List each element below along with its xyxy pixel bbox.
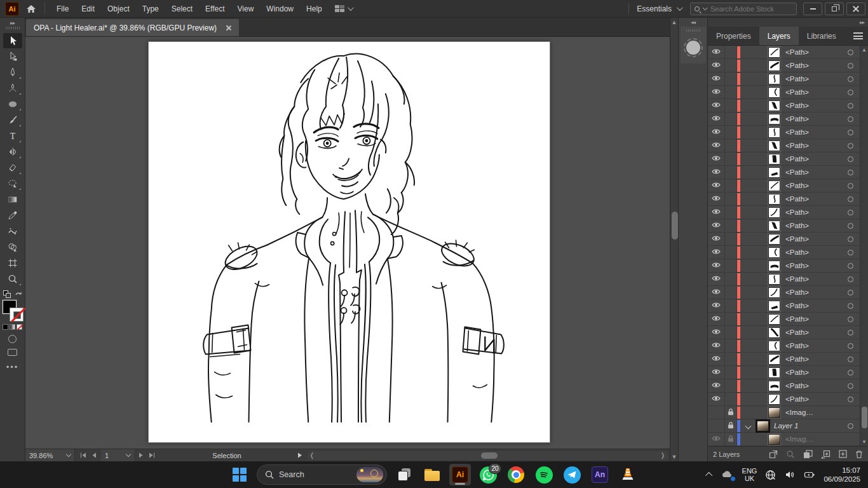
swap-fill-stroke-icon[interactable] xyxy=(15,290,22,298)
layer-row[interactable]: <Path> xyxy=(708,393,860,406)
lock-toggle[interactable] xyxy=(725,219,737,232)
screen-mode-button[interactable] xyxy=(8,349,17,356)
selection-tool[interactable] xyxy=(3,33,22,48)
zoom-tool[interactable] xyxy=(3,271,22,287)
layer-thumbnail[interactable] xyxy=(768,354,780,365)
horizontal-scroll-thumb[interactable] xyxy=(481,452,498,459)
target-circle[interactable] xyxy=(848,303,853,309)
taskbar-app-start[interactable] xyxy=(229,464,250,485)
visibility-toggle[interactable] xyxy=(708,139,725,152)
visibility-toggle[interactable] xyxy=(708,59,725,72)
visibility-toggle[interactable] xyxy=(708,393,725,405)
layer-row[interactable]: <Path> xyxy=(708,86,860,99)
layer-thumbnail[interactable] xyxy=(768,394,780,405)
curvature-tool[interactable] xyxy=(3,81,22,96)
layer-thumbnail[interactable] xyxy=(768,434,780,445)
lock-toggle[interactable] xyxy=(725,99,737,112)
lock-toggle[interactable] xyxy=(725,393,737,405)
lasso-tool[interactable] xyxy=(3,176,22,191)
document-tab[interactable]: OPA - Light Healer.ai* @ 39.86% (RGB/GPU… xyxy=(26,19,239,36)
arrange-documents-button[interactable] xyxy=(335,5,352,13)
layer-thumbnail[interactable] xyxy=(768,407,780,418)
visibility-toggle[interactable] xyxy=(708,379,725,392)
layer-row[interactable]: <Path> xyxy=(708,126,860,139)
target-circle[interactable] xyxy=(848,196,853,202)
layer-row[interactable]: <Path> xyxy=(708,152,860,166)
visibility-toggle[interactable] xyxy=(708,313,725,325)
menu-edit[interactable]: Edit xyxy=(75,0,101,18)
tab-properties[interactable]: Properties xyxy=(708,27,759,45)
taskbar-app-chrome[interactable] xyxy=(505,464,527,485)
new-layer-icon[interactable] xyxy=(839,450,847,458)
target-circle[interactable] xyxy=(848,290,853,295)
target-circle[interactable] xyxy=(848,356,853,362)
layer-label[interactable]: <Path> xyxy=(785,155,809,163)
lock-toggle[interactable] xyxy=(725,179,737,192)
color-mode-button[interactable] xyxy=(3,324,8,330)
previous-artboard-icon[interactable] xyxy=(92,452,97,458)
layer-label[interactable]: <Path> xyxy=(785,115,809,123)
layer-thumbnail[interactable] xyxy=(768,287,780,298)
layer-thumbnail[interactable] xyxy=(768,87,780,98)
eyedropper-tool[interactable] xyxy=(3,208,22,223)
layer-label[interactable]: <Path> xyxy=(785,62,809,69)
toolbar-expand-icon[interactable]: ▸▸ xyxy=(10,18,15,27)
direct-selection-tool[interactable] xyxy=(3,49,22,64)
layer-thumbnail[interactable] xyxy=(768,220,780,231)
layer-thumbnail[interactable] xyxy=(757,421,769,431)
zoom-level-select[interactable]: 39.86% xyxy=(25,449,75,462)
toolbar-grip[interactable] xyxy=(6,27,20,29)
visibility-toggle[interactable] xyxy=(708,219,725,232)
reflect-tool[interactable] xyxy=(3,144,22,159)
layer-thumbnail[interactable] xyxy=(768,60,780,71)
language-indicator[interactable]: ENG UK xyxy=(742,467,757,482)
layer-thumbnail[interactable] xyxy=(768,167,780,178)
target-circle[interactable] xyxy=(848,263,853,269)
layer-label[interactable]: <Path> xyxy=(785,222,809,229)
lock-toggle[interactable] xyxy=(725,299,737,312)
battery-icon[interactable] xyxy=(804,470,815,480)
layer-row[interactable]: <Path> xyxy=(708,366,860,379)
scroll-up-icon[interactable]: ▲ xyxy=(670,19,678,25)
layer-thumbnail[interactable] xyxy=(768,274,780,285)
gradient-mode-button[interactable] xyxy=(10,324,15,330)
scroll-left-icon[interactable]: ❬ xyxy=(308,452,316,459)
layer-label[interactable]: <Path> xyxy=(785,288,809,296)
tab-layers[interactable]: Layers xyxy=(759,27,799,45)
lock-toggle[interactable] xyxy=(725,406,737,419)
vertical-scroll-thumb[interactable] xyxy=(672,212,678,240)
layer-row[interactable]: Layer 1 xyxy=(708,419,860,433)
ellipse-tool[interactable] xyxy=(3,97,22,112)
last-artboard-icon[interactable] xyxy=(148,452,155,458)
menu-object[interactable]: Object xyxy=(101,0,136,18)
layer-thumbnail[interactable] xyxy=(768,341,780,351)
restore-button[interactable] xyxy=(825,3,844,15)
lock-toggle[interactable] xyxy=(725,86,737,98)
horizontal-scrollbar[interactable]: ❬ ❭ xyxy=(308,451,668,460)
layer-row[interactable]: <Path> xyxy=(708,326,860,339)
layer-label[interactable]: <Path> xyxy=(785,128,809,136)
visibility-toggle[interactable] xyxy=(708,286,725,299)
layer-label[interactable]: <Path> xyxy=(785,208,809,216)
lock-toggle[interactable] xyxy=(725,379,737,392)
visibility-toggle[interactable] xyxy=(708,419,725,432)
visibility-toggle[interactable] xyxy=(708,299,725,312)
default-fill-stroke-icon[interactable] xyxy=(3,290,11,298)
menu-file[interactable]: File xyxy=(50,0,75,18)
layer-thumbnail[interactable] xyxy=(768,180,780,191)
visibility-toggle[interactable] xyxy=(708,273,725,285)
tab-libraries[interactable]: Libraries xyxy=(799,27,844,45)
edit-toolbar-icon[interactable]: ••• xyxy=(6,362,19,372)
menu-window[interactable]: Window xyxy=(260,0,300,18)
layer-label[interactable]: Layer 1 xyxy=(774,422,798,430)
panel-menu-icon[interactable] xyxy=(853,32,863,39)
layer-label[interactable]: <Path> xyxy=(785,182,809,189)
layer-thumbnail[interactable] xyxy=(768,314,780,325)
taskbar-app-vlc[interactable] xyxy=(617,464,639,485)
collapsed-panel-icon[interactable] xyxy=(686,41,700,55)
illustrator-logo-icon[interactable]: Ai xyxy=(5,2,19,16)
layer-row[interactable]: <Path> xyxy=(708,179,860,193)
target-circle[interactable] xyxy=(848,330,853,336)
adobe-stock-search[interactable] xyxy=(690,3,797,15)
target-circle[interactable] xyxy=(848,370,853,376)
